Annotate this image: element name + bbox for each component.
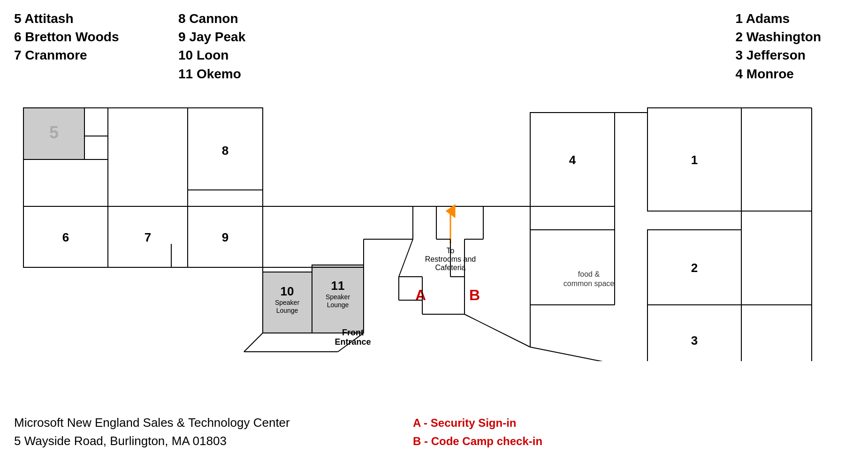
svg-text:A: A — [415, 287, 426, 303]
svg-text:Entrance: Entrance — [335, 337, 371, 347]
svg-text:Lounge: Lounge — [327, 301, 349, 309]
svg-text:10: 10 — [281, 284, 294, 298]
notes-block: A - Security Sign-in B - Code Camp check… — [413, 414, 542, 450]
legend-right: 1 Adams 2 Washington 3 Jefferson 4 Monro… — [735, 9, 821, 83]
svg-line-57 — [399, 239, 413, 277]
svg-line-93 — [530, 347, 647, 361]
svg-text:11: 11 — [331, 279, 345, 293]
svg-rect-2 — [84, 108, 108, 136]
legend-item-bretton: 6 Bretton Woods — [14, 28, 119, 46]
floorplan: 5 6 7 8 9 — [14, 98, 854, 361]
svg-text:B: B — [469, 287, 480, 303]
legend-item-okemo: 11 Okemo — [178, 65, 245, 83]
legend-item-jaypeak: 9 Jay Peak — [178, 28, 245, 46]
svg-text:Lounge: Lounge — [276, 307, 298, 314]
address-line1: Microsoft New England Sales & Technology… — [14, 414, 290, 432]
svg-text:1: 1 — [691, 153, 698, 167]
legend-item-cannon: 8 Cannon — [178, 9, 245, 28]
note-security: A - Security Sign-in — [413, 414, 542, 432]
svg-text:3: 3 — [691, 333, 698, 348]
svg-text:7: 7 — [145, 230, 151, 244]
legend-center: 8 Cannon 9 Jay Peak 10 Loon 11 Okemo — [178, 9, 245, 83]
legend-item-loon: 10 Loon — [178, 46, 245, 64]
svg-text:Front: Front — [342, 328, 364, 337]
svg-text:6: 6 — [62, 230, 69, 244]
legend-item-adams: 1 Adams — [735, 9, 821, 28]
legend-item-cranmore: 7 Cranmore — [14, 46, 119, 64]
svg-text:Speaker: Speaker — [275, 299, 299, 306]
legend-item-monroe: 4 Monroe — [735, 65, 821, 83]
svg-line-30 — [244, 333, 263, 352]
address-block: Microsoft New England Sales & Technology… — [14, 414, 290, 450]
svg-text:5: 5 — [49, 123, 59, 142]
legend-item-attitash: 5 Attitash — [14, 9, 119, 28]
legend-left: 5 Attitash 6 Bretton Woods 7 Cranmore — [14, 9, 119, 65]
svg-rect-72 — [647, 305, 741, 361]
svg-line-64 — [464, 314, 530, 347]
legend-item-washington: 2 Washington — [735, 28, 821, 46]
svg-text:8: 8 — [222, 144, 228, 158]
svg-text:food &: food & — [578, 270, 600, 278]
svg-text:common space: common space — [563, 280, 615, 287]
svg-text:9: 9 — [222, 230, 228, 244]
address-line2: 5 Wayside Road, Burlington, MA 01803 — [14, 432, 290, 450]
note-codecamp: B - Code Camp check-in — [413, 432, 542, 450]
svg-text:Speaker: Speaker — [326, 293, 350, 301]
legend-item-jefferson: 3 Jefferson — [735, 46, 821, 64]
svg-text:4: 4 — [569, 153, 576, 167]
svg-text:2: 2 — [691, 261, 698, 275]
